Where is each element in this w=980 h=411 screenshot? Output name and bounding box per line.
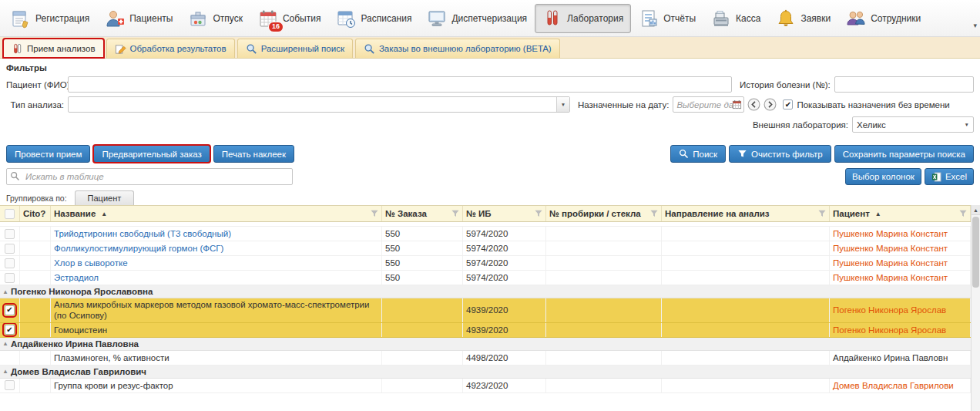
table-row[interactable]: Трийодтиронин свободный (Т3 свободный)55… xyxy=(0,227,971,241)
grouping-chip-patient[interactable]: Пациент xyxy=(75,190,135,205)
analysis-name-cell[interactable]: Фолликулостимулирующий гормон (ФСГ) xyxy=(51,241,382,255)
group-label: Апдайкенко Ирина Павловна xyxy=(11,339,139,349)
vertical-scrollbar[interactable]: ▲ xyxy=(971,205,980,411)
excel-export-button[interactable]: Excel xyxy=(925,168,974,185)
print-labels-button[interactable]: Печать наклеек xyxy=(213,145,294,163)
tab-прием[interactable]: Прием анализов xyxy=(3,39,104,58)
toolbar-item-label: Заявки xyxy=(800,13,831,24)
table-row[interactable]: Группа крови и резус-фактор4923/2020Доме… xyxy=(0,379,971,393)
row-checkbox[interactable] xyxy=(5,273,15,283)
referral-cell xyxy=(662,298,830,322)
external-lab-select[interactable]: Хеликс ▼ xyxy=(852,116,974,133)
toolbar-item-label: Отчёты xyxy=(663,13,696,24)
toolbar-item-dispense[interactable]: Отпуск xyxy=(180,4,250,33)
scroll-up-icon[interactable]: ▲ xyxy=(972,205,980,215)
column-header-tube[interactable]: № пробирки / стекла xyxy=(546,206,662,221)
row-checkbox[interactable] xyxy=(5,244,15,254)
tab-label: Обработка результатов xyxy=(130,44,227,53)
receive-button[interactable]: Провести прием xyxy=(6,145,90,163)
patient-cell: Апдайкенко Ирина Павловн xyxy=(830,351,971,365)
column-header-cito[interactable]: Cito? xyxy=(20,206,51,221)
next-date-button[interactable] xyxy=(764,98,777,111)
toolbar-overflow-chevron-icon[interactable]: ▾ xyxy=(973,22,977,29)
toolbar-item-employees[interactable]: Сотрудники xyxy=(838,4,928,33)
toolbar-item-patients[interactable]: Пациенты xyxy=(97,4,180,33)
toolbar-item-reports[interactable]: Отчёты xyxy=(631,4,703,33)
patient-fio-input[interactable] xyxy=(68,76,732,93)
column-header-ib[interactable]: № ИБ xyxy=(463,206,546,221)
analysis-type-label: Тип анализа: xyxy=(6,100,68,109)
show-without-time-checkbox[interactable] xyxy=(783,99,793,109)
filter-funnel-icon[interactable] xyxy=(371,210,378,217)
collapse-icon[interactable]: ▴ xyxy=(4,288,7,295)
table-row[interactable]: Плазминоген, % активности4498/2020Апдайк… xyxy=(0,351,971,366)
column-header-patient[interactable]: Пациент▲ xyxy=(830,206,971,221)
tab-заказы[interactable]: Заказы во внешнюю лабораторию (BETA) xyxy=(355,39,560,58)
table-row[interactable]: Хлор в сыворотке5505974/2020Пушкенко Мар… xyxy=(0,256,971,271)
filter-funnel-icon[interactable] xyxy=(650,210,658,217)
filter-funnel-icon[interactable] xyxy=(959,210,967,217)
search-button[interactable]: Поиск xyxy=(670,145,726,163)
filter-funnel-icon[interactable] xyxy=(535,210,542,217)
group-row[interactable]: ▴Домев Владислав Гаврилович xyxy=(0,366,971,379)
patient-cell: Домев Владислав Гаврилови xyxy=(830,379,971,392)
column-header-name[interactable]: Название▲ xyxy=(51,206,382,221)
column-label: № ИБ xyxy=(466,209,492,218)
tab-расширенный[interactable]: Расширенный поиск xyxy=(237,39,353,58)
filter-funnel-icon[interactable] xyxy=(451,210,459,217)
table-search-input[interactable] xyxy=(6,168,293,185)
main-toolbar: РегистрацияПациентыОтпуск16СобытияРаспис… xyxy=(0,0,980,37)
clear-filter-button[interactable]: Очистить фильтр xyxy=(729,145,831,163)
preorder-button[interactable]: Предварительный заказ xyxy=(93,145,210,163)
patient-fio-label: Пациент (ФИО): xyxy=(6,80,68,89)
row-checkbox[interactable] xyxy=(5,229,15,239)
row-checkbox[interactable] xyxy=(5,305,15,315)
toolbar-item-requests[interactable]: Заявки xyxy=(768,4,838,33)
calendar-icon[interactable] xyxy=(732,99,742,109)
chevron-down-icon[interactable]: ▼ xyxy=(556,97,569,112)
select-all-checkbox[interactable] xyxy=(5,209,15,219)
table-row[interactable]: Гомоцистеин4939/2020Погенко Никонора Яро… xyxy=(0,323,971,338)
tube-number-cell xyxy=(546,379,662,392)
toolbar-item-laboratory[interactable]: Лаборатория xyxy=(535,4,631,33)
history-number-input[interactable] xyxy=(834,76,974,93)
tab-обработка[interactable]: Обработка результатов xyxy=(106,39,235,58)
collapse-icon[interactable]: ▴ xyxy=(4,368,7,375)
employees-icon xyxy=(846,8,866,29)
table-tools: Выбор колонок Excel xyxy=(0,167,980,188)
toolbar-item-cashbox[interactable]: Касса xyxy=(703,4,768,33)
row-checkbox[interactable] xyxy=(5,380,15,390)
analysis-type-select[interactable]: ▼ xyxy=(68,96,570,113)
choose-columns-button[interactable]: Выбор колонок xyxy=(845,168,921,185)
collapse-icon[interactable]: ▴ xyxy=(4,340,7,347)
table-row[interactable]: Анализ микробных маркеров методом газово… xyxy=(0,298,971,323)
prev-date-button[interactable] xyxy=(747,98,760,111)
patient-cell: Пушкенко Марина Констант xyxy=(830,227,971,241)
column-header-order[interactable]: № Заказа xyxy=(382,206,463,221)
search-icon xyxy=(10,171,20,181)
analysis-name-cell[interactable]: Эстрадиол xyxy=(51,271,382,285)
toolbar-item-events[interactable]: 16События xyxy=(250,4,329,33)
filter-funnel-icon[interactable] xyxy=(818,210,826,217)
table-row[interactable]: Фолликулостимулирующий гормон (ФСГ)55059… xyxy=(0,241,971,256)
group-row[interactable]: ▴Погенко Никонора Ярославовна xyxy=(0,285,971,298)
save-search-params-button[interactable]: Сохранить параметры поиска xyxy=(834,145,974,163)
analysis-name-cell[interactable]: Хлор в сыворотке xyxy=(51,256,382,270)
row-checkbox[interactable] xyxy=(5,258,15,268)
filter-row-type-date: Тип анализа: ▼ Назначенные на дату: Пока… xyxy=(6,96,974,113)
analysis-name-cell[interactable]: Трийодтиронин свободный (Т3 свободный) xyxy=(51,227,382,241)
row-check-cell xyxy=(0,379,20,392)
scrollbar-thumb[interactable] xyxy=(972,217,979,288)
toolbar-item-dispatch[interactable]: Диспетчеризация xyxy=(419,4,535,33)
column-header-ref[interactable]: Направление на анализ xyxy=(662,206,830,221)
tube-number-cell xyxy=(546,227,662,241)
search-blue-icon xyxy=(364,43,375,55)
toolbar-item-registration[interactable]: Регистрация xyxy=(3,4,97,33)
column-label: Cito? xyxy=(23,209,45,218)
toolbar-item-schedule[interactable]: Расписания xyxy=(328,4,419,33)
ib-number-cell: 4939/2020 xyxy=(463,298,546,322)
table-row[interactable]: Эстрадиол5505974/2020Пушкенко Марина Кон… xyxy=(0,271,971,285)
row-checkbox[interactable] xyxy=(5,325,15,335)
column-header-check[interactable] xyxy=(0,206,20,221)
group-row[interactable]: ▴Апдайкенко Ирина Павловна xyxy=(0,338,971,351)
